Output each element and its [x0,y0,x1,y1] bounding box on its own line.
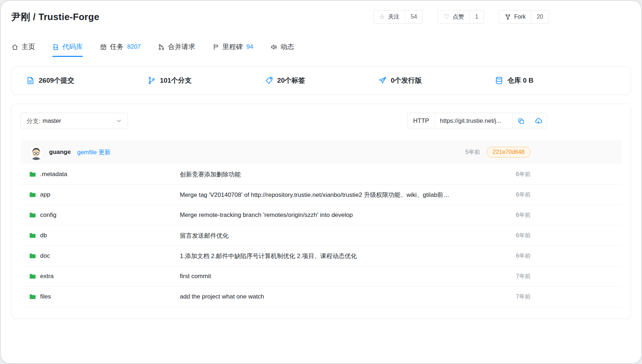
fork-button[interactable]: Fork 20 [499,10,549,24]
tasks-count-badge: 8207 [127,43,141,50]
tab-milestones[interactable]: 里程碑 94 [212,42,253,57]
latest-commit-bar: guange gemfile 更新 5年前 221e70d648 [20,140,622,164]
folder-icon [29,191,36,198]
file-commit-message[interactable]: Merge remote-tracking branch 'remotes/or… [180,212,502,219]
merge-icon [158,44,165,50]
file-commit-time: 6年前 [502,232,531,239]
tab-milestones-label: 里程碑 [222,42,243,52]
copy-icon [517,117,525,125]
tab-home[interactable]: 主页 [11,42,35,57]
tab-home-label: 主页 [21,42,35,52]
file-commit-message[interactable]: add the project what one watch [180,293,502,300]
clone-protocol-select[interactable]: HTTP [408,113,435,129]
commit-message-link[interactable]: gemfile 更新 [77,148,111,156]
header-actions: ☆ 关注 54 ♡ 点赞 1 [373,10,549,24]
table-row: db 留言发送邮件优化 6年前 [20,225,622,246]
branch-label: 分支: [27,117,40,125]
file-commit-time: 7年前 [502,293,531,301]
fork-icon [505,14,511,20]
stat-commits[interactable]: 2609个提交 [26,76,74,85]
milestone-icon [212,44,219,50]
repo-toolbar: 分支: master HTTP https://git.trustie.net/… [20,113,622,129]
commit-time: 5年前 [465,149,480,156]
stat-storage-label: 仓库 0 B [507,76,533,85]
fork-label: Fork [514,14,526,20]
table-row: app Merge tag 'V20140708' of http://repo… [20,185,622,205]
table-row-partial [20,307,622,319]
commit-hash-badge[interactable]: 221e70d648 [487,147,531,157]
branch-selector[interactable]: 分支: master [20,113,128,129]
watch-button[interactable]: ☆ 关注 54 [373,10,423,24]
watch-count[interactable]: 54 [405,10,422,23]
milestones-count-badge: 94 [246,43,253,50]
stat-releases[interactable]: 0个发行版 [378,76,422,85]
file-name[interactable]: config [40,212,56,219]
stat-tags[interactable]: 20个标签 [265,76,305,85]
table-row: doc 1.添加文档 2.邮件中缺陷序号计算机制优化 2.项目、课程动态优化 6… [20,246,622,266]
commits-icon [26,76,35,85]
stat-storage[interactable]: 仓库 0 B [495,76,533,85]
file-name[interactable]: .metadata [40,171,67,178]
stat-releases-label: 0个发行版 [391,76,422,85]
repo-icon [52,44,59,50]
tab-tasks[interactable]: 任务 8207 [100,42,141,57]
heart-icon: ♡ [444,14,449,20]
file-name[interactable]: db [40,232,47,239]
copy-url-button[interactable] [512,113,530,129]
repo-nav-tabs: 主页 代码库 任务 8207 合并请求 里程碑 94 [1,42,641,57]
repo-header: 尹刚 / Trustie-Forge ☆ 关注 54 ♡ 点赞 1 [1,1,641,24]
activity-icon [270,44,277,50]
file-commit-time: 6年前 [502,171,531,178]
page-title: 尹刚 / Trustie-Forge [11,11,99,23]
download-button[interactable] [530,113,547,129]
tab-activity-label: 动态 [281,42,294,52]
home-icon [11,44,18,50]
stat-branches-label: 101个分支 [160,76,192,85]
branches-icon [147,76,156,85]
tab-code[interactable]: 代码库 [52,42,83,57]
clone-url-field[interactable]: https://git.trustie.net/j... [435,113,512,129]
file-commit-message[interactable]: 创新竞赛添加删除功能 [180,170,502,179]
file-commit-time: 6年前 [502,252,531,260]
file-commit-message[interactable]: first commit [180,273,502,280]
folder-icon [29,273,36,280]
table-row: files add the project what one watch 7年前 [20,287,622,307]
clone-url-group: HTTP https://git.trustie.net/j... [407,113,547,129]
table-row: .metadata 创新竞赛添加删除功能 6年前 [20,164,622,185]
avatar[interactable] [28,144,44,160]
like-count[interactable]: 1 [469,10,484,23]
folder-icon [29,293,36,300]
file-commit-time: 6年前 [502,191,531,199]
chevron-down-icon [116,118,122,124]
releases-icon [378,76,387,85]
stat-commits-label: 2609个提交 [39,76,74,85]
fork-count[interactable]: 20 [531,10,548,23]
stat-tags-label: 20个标签 [277,76,305,85]
commit-author[interactable]: guange [49,149,71,156]
file-name[interactable]: extra [40,273,54,280]
file-commit-time: 7年前 [502,273,531,280]
tab-activity[interactable]: 动态 [270,42,294,57]
like-label: 点赞 [452,13,464,21]
file-name[interactable]: app [40,191,50,198]
file-commit-message[interactable]: 留言发送邮件优化 [180,232,502,240]
repo-stats-bar: 2609个提交 101个分支 20个标签 0个发行版 仓库 0 B [11,67,631,94]
task-icon [100,44,107,50]
file-name[interactable]: doc [40,252,50,259]
file-table: .metadata 创新竞赛添加删除功能 6年前 app Merge tag '… [20,164,622,319]
cloud-download-icon [535,117,542,125]
file-commit-message[interactable]: 1.添加文档 2.邮件中缺陷序号计算机制优化 2.项目、课程动态优化 [180,252,502,260]
file-name[interactable]: files [40,293,51,300]
branch-value: master [43,117,61,125]
folder-icon [29,232,36,239]
stat-branches[interactable]: 101个分支 [147,76,192,85]
tab-merge-requests-label: 合并请求 [168,42,195,52]
tags-icon [265,76,273,85]
table-row: config Merge remote-tracking branch 'rem… [20,205,622,225]
file-commit-message[interactable]: Merge tag 'V20140708' of http://reposito… [180,191,502,199]
tab-merge-requests[interactable]: 合并请求 [158,42,195,57]
file-browser-card: 分支: master HTTP https://git.trustie.net/… [11,104,631,319]
like-button[interactable]: ♡ 点赞 1 [438,10,484,24]
file-commit-time: 6年前 [502,212,531,219]
folder-icon [29,252,36,259]
